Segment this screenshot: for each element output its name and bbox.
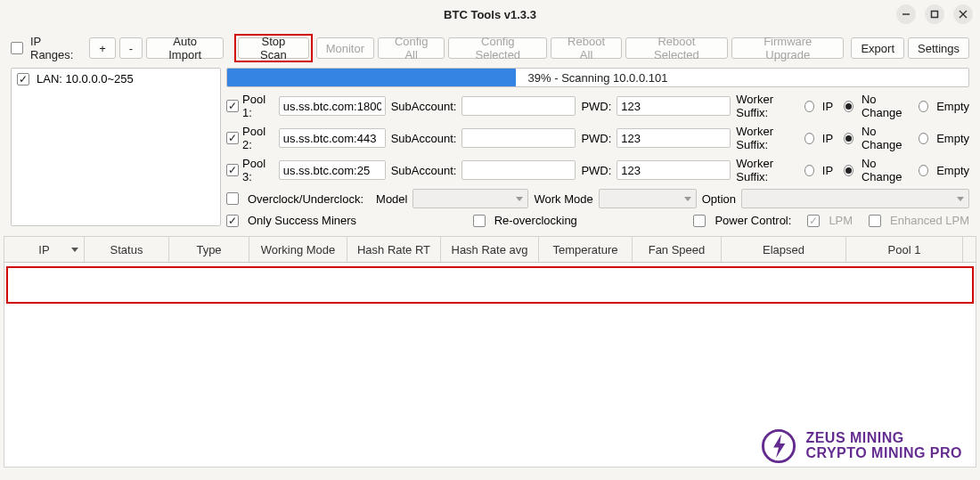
firmware-upgrade-button[interactable]: Firmware Upgrade xyxy=(731,37,844,59)
remove-ip-button[interactable]: - xyxy=(119,37,143,59)
options-row: Only Success Miners Re-overclocking Powe… xyxy=(226,214,969,227)
col-pool1[interactable]: Pool 1 xyxy=(846,237,963,262)
config-all-button[interactable]: Config All xyxy=(378,37,445,59)
zeus-logo-icon xyxy=(759,427,798,466)
table-header: IP Status Type Working Mode Hash Rate RT… xyxy=(4,236,976,263)
reboot-all-button[interactable]: Reboot All xyxy=(551,37,621,59)
col-fan-speed[interactable]: Fan Speed xyxy=(633,237,722,262)
pool2-suffix-ip-radio[interactable] xyxy=(804,133,814,144)
col-hash-avg[interactable]: Hash Rate avg xyxy=(441,237,539,262)
pool1-suffix-nochange-radio[interactable] xyxy=(844,101,853,112)
pool3-pwd-input[interactable] xyxy=(617,160,731,180)
option-select[interactable] xyxy=(741,189,969,208)
settings-button[interactable]: Settings xyxy=(908,37,969,59)
add-ip-button[interactable]: + xyxy=(89,37,116,59)
workmode-select[interactable] xyxy=(599,189,697,208)
svg-rect-1 xyxy=(932,12,938,18)
maximize-icon[interactable] xyxy=(925,4,944,24)
col-ip[interactable]: IP xyxy=(4,237,85,262)
export-button[interactable]: Export xyxy=(851,37,904,59)
config-selected-button[interactable]: Config Selected xyxy=(448,37,547,59)
lan-checkbox[interactable] xyxy=(17,73,29,85)
highlight-row xyxy=(6,266,974,304)
stop-scan-button[interactable]: Stop Scan xyxy=(238,37,309,59)
title-bar: BTC Tools v1.3.3 xyxy=(0,0,980,28)
close-icon[interactable] xyxy=(953,4,973,24)
auto-import-button[interactable]: Auto Import xyxy=(146,37,224,59)
pool3-suffix-ip-radio[interactable] xyxy=(804,165,814,176)
sort-icon xyxy=(71,248,78,252)
col-elapsed[interactable]: Elapsed xyxy=(722,237,846,262)
pool-row-2: Pool 2: SubAccount: PWD: Worker Suffix: … xyxy=(226,125,969,151)
pool3-subaccount-input[interactable] xyxy=(461,160,576,180)
pool3-url-input[interactable] xyxy=(279,160,386,180)
pool3-checkbox[interactable] xyxy=(226,164,239,176)
col-type[interactable]: Type xyxy=(169,237,249,262)
col-hash-rt[interactable]: Hash Rate RT xyxy=(347,237,441,262)
window-title: BTC Tools v1.3.3 xyxy=(444,8,536,21)
pool2-checkbox[interactable] xyxy=(226,132,239,144)
pool1-checkbox[interactable] xyxy=(226,100,239,112)
ipranges-label: IP Ranges: xyxy=(30,35,86,61)
pool-row-1: Pool 1: SubAccount: PWD: Worker Suffix: … xyxy=(226,93,969,119)
overclock-row: Overclock/Underclock: Model Work Mode Op… xyxy=(226,189,969,208)
reoverclock-checkbox[interactable] xyxy=(473,215,486,227)
lpm-checkbox[interactable] xyxy=(807,215,820,227)
ipranges-checkbox[interactable] xyxy=(11,42,23,54)
pool3-suffix-empty-radio[interactable] xyxy=(919,165,928,176)
pool1-subaccount-input[interactable] xyxy=(461,96,576,116)
lan-label: LAN: 10.0.0.0~255 xyxy=(37,72,134,85)
pool1-suffix-ip-radio[interactable] xyxy=(804,101,814,112)
only-success-checkbox[interactable] xyxy=(226,215,239,227)
pool2-suffix-nochange-radio[interactable] xyxy=(844,133,853,144)
reboot-selected-button[interactable]: Reboot Selected xyxy=(625,37,728,59)
progress-text: 39% - Scanning 10.0.0.101 xyxy=(227,69,968,87)
scan-progress: 39% - Scanning 10.0.0.101 xyxy=(226,68,969,87)
overclock-checkbox[interactable] xyxy=(226,192,239,205)
power-control-checkbox[interactable] xyxy=(693,215,706,227)
col-working-mode[interactable]: Working Mode xyxy=(249,237,347,262)
pool2-suffix-empty-radio[interactable] xyxy=(919,133,928,144)
pool3-suffix-nochange-radio[interactable] xyxy=(844,165,853,176)
pool2-pwd-input[interactable] xyxy=(617,128,731,148)
pool2-subaccount-input[interactable] xyxy=(461,128,576,148)
col-temperature[interactable]: Temperature xyxy=(539,237,633,262)
pool2-url-input[interactable] xyxy=(279,128,386,148)
ip-range-list[interactable]: LAN: 10.0.0.0~255 xyxy=(11,68,221,226)
enhanced-lpm-checkbox[interactable] xyxy=(869,215,881,227)
pool-row-3: Pool 3: SubAccount: PWD: Worker Suffix: … xyxy=(226,157,969,183)
list-item[interactable]: LAN: 10.0.0.0~255 xyxy=(17,72,215,85)
monitor-button[interactable]: Monitor xyxy=(316,37,374,59)
toolbar: IP Ranges: + - Auto Import Stop Scan Mon… xyxy=(0,28,980,68)
minimize-icon[interactable] xyxy=(896,4,916,24)
col-status[interactable]: Status xyxy=(85,237,169,262)
model-select[interactable] xyxy=(412,189,528,208)
pool1-url-input[interactable] xyxy=(279,96,386,116)
watermark: ZEUS MINING CRYPTO MINING PRO xyxy=(759,427,962,466)
col-more[interactable] xyxy=(963,237,976,262)
pool1-pwd-input[interactable] xyxy=(617,96,731,116)
pool1-suffix-empty-radio[interactable] xyxy=(919,101,928,112)
